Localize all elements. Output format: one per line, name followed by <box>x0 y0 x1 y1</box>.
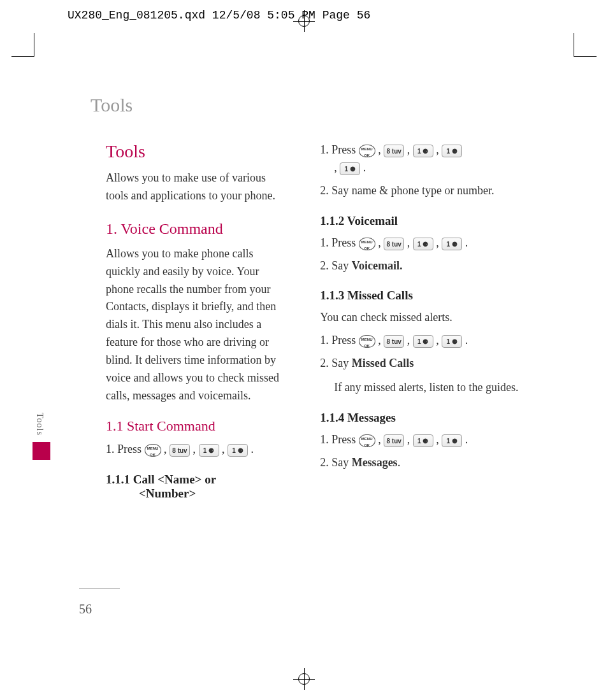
heading-tools: Tools <box>106 141 288 162</box>
key-8tuv-icon: 8 tuv <box>170 444 190 457</box>
key-8tuv-icon: 8 tuv <box>384 434 404 447</box>
key-1-icon: 1 ⚈ <box>199 444 219 457</box>
key-1-icon: 1 ⚈ <box>413 434 433 447</box>
key-1-icon: 1 ⚈ <box>442 145 462 157</box>
s112-step1: 1. Press , 8 tuv , 1 ⚈ , 1 ⚈ . <box>320 234 529 252</box>
heading-111: 1.1.1 Call <Name> or <Number> <box>106 473 288 501</box>
key-1-icon: 1 ⚈ <box>340 162 360 175</box>
side-tab-label: Tools <box>34 409 45 439</box>
s113-step2: 2. Say Missed Calls If any missed alerts… <box>320 355 529 397</box>
key-8tuv-icon: 8 tuv <box>384 238 404 250</box>
column-right: 1. Press , 8 tuv , 1 ⚈ , 1 ⚈ , 1 ⚈ . 2. … <box>320 141 529 507</box>
key-1-icon: 1 ⚈ <box>413 145 433 157</box>
intro-text: Allows you to make use of various tools … <box>106 169 288 205</box>
running-head: Tools <box>90 94 529 116</box>
footer-rule <box>79 588 120 589</box>
heading-112: 1.1.2 Voicemail <box>320 214 529 228</box>
heading-114: 1.1.4 Messages <box>320 411 529 425</box>
registration-mark-bottom <box>293 668 315 690</box>
registration-mark-top <box>293 10 315 32</box>
s114-step2: 2. Say Messages. <box>320 454 529 472</box>
prepress-header: UX280_Eng_081205.qxd 12/5/08 5:05 PM Pag… <box>68 9 370 22</box>
column-left: Tools Allows you to make use of various … <box>79 141 288 507</box>
p113: You can check missed alerts. <box>320 309 529 327</box>
s112-step2: 2. Say Voicemail. <box>320 257 529 275</box>
s113-step1: 1. Press , 8 tuv , 1 ⚈ , 1 ⚈ . <box>320 332 529 350</box>
s114-step1: 1. Press , 8 tuv , 1 ⚈ , 1 ⚈ . <box>320 431 529 449</box>
side-tab-block <box>33 442 50 460</box>
s111-step1: 1. Press , 8 tuv , 1 ⚈ , 1 ⚈ , 1 ⚈ . <box>320 141 529 177</box>
key-8tuv-icon: 8 tuv <box>384 145 404 157</box>
key-8tuv-icon: 8 tuv <box>384 335 404 348</box>
page-number: 56 <box>79 602 92 617</box>
side-tab: Tools <box>34 409 48 454</box>
key-1-icon: 1 ⚈ <box>413 335 433 348</box>
heading-voice-command: 1. Voice Command <box>106 220 288 238</box>
key-1-icon: 1 ⚈ <box>442 434 462 447</box>
key-1-icon: 1 ⚈ <box>442 335 462 348</box>
key-1-icon: 1 ⚈ <box>413 238 433 250</box>
s111-step2: 2. Say name & phone type or number. <box>320 182 529 200</box>
key-ok-icon <box>359 335 375 348</box>
key-ok-icon <box>145 444 161 457</box>
key-ok-icon <box>359 238 375 250</box>
key-ok-icon <box>359 145 375 157</box>
heading-113: 1.1.3 Missed Calls <box>320 289 529 303</box>
key-1-icon: 1 ⚈ <box>442 238 462 250</box>
heading-start-command: 1.1 Start Command <box>106 418 288 434</box>
key-1-icon: 1 ⚈ <box>228 444 248 457</box>
start-command-step1: 1. Press , 8 tuv , 1 ⚈ , 1 ⚈ . <box>106 441 288 459</box>
crop-mark-left <box>11 56 34 57</box>
crop-mark-right <box>574 56 597 57</box>
key-ok-icon <box>359 434 375 447</box>
voice-command-text: Allows you to make phone calls quickly a… <box>106 245 288 405</box>
page-body: Tools Tools Tools Allows you to make use… <box>34 56 574 636</box>
